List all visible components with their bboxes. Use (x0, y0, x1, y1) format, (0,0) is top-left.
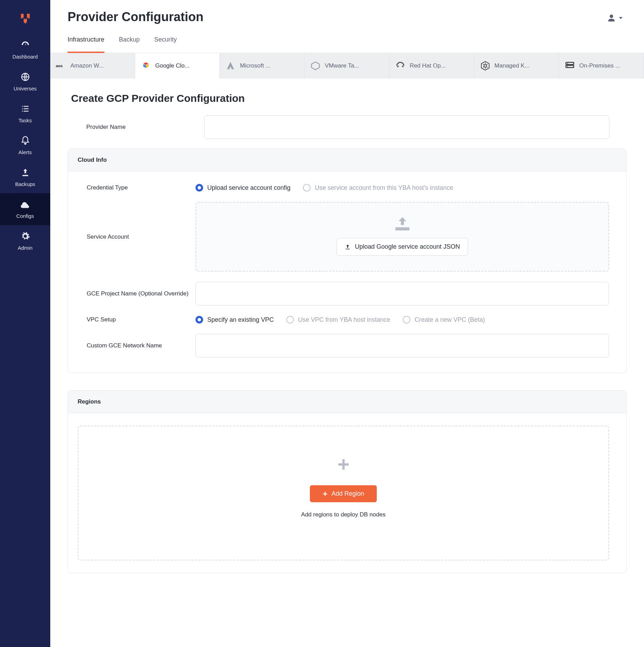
service-account-label: Service Account (78, 233, 195, 240)
gce-project-row: GCE Project Name (Optional Override) (78, 282, 609, 305)
sidebar-item-admin[interactable]: Admin (0, 225, 50, 257)
main-content: Provider Configuration Infrastructure Ba… (50, 0, 644, 647)
aws-icon: aws (56, 61, 66, 71)
gear-icon (20, 231, 30, 242)
service-account-row: Service Account Upload Google service ac… (78, 202, 609, 272)
sidebar-item-alerts[interactable]: Alerts (0, 130, 50, 161)
sidebar-item-label: Dashboard (12, 54, 38, 60)
add-region-area: Add Region Add regions to deploy DB node… (78, 426, 609, 560)
sidebar-item-configs[interactable]: Configs (0, 193, 50, 225)
upload-json-button[interactable]: Upload Google service account JSON (337, 238, 468, 256)
provider-tab-redhat[interactable]: Red Hat Op... (390, 53, 475, 79)
azure-icon (225, 61, 236, 71)
gce-project-input[interactable] (195, 282, 609, 305)
credential-type-row: Credential Type Upload service account c… (78, 184, 609, 192)
list-icon (20, 104, 30, 115)
svg-marker-2 (312, 62, 320, 70)
sidebar-item-label: Alerts (18, 149, 32, 155)
regions-header: Regions (68, 391, 626, 413)
svg-point-7 (567, 63, 568, 64)
sidebar-item-label: Tasks (18, 117, 32, 123)
plus-large-icon (337, 458, 350, 471)
vmware-icon (310, 61, 321, 71)
upload-icon (20, 168, 30, 178)
provider-tab-aws[interactable]: aws Amazon W... (50, 53, 135, 79)
provider-tab-azure[interactable]: Microsoft ... (220, 53, 305, 79)
page-header: Provider Configuration (50, 0, 644, 26)
provider-name-label: Provider Name (86, 124, 204, 131)
custom-network-row: Custom GCE Network Name (78, 334, 609, 357)
add-region-button[interactable]: Add Region (310, 485, 376, 502)
upload-cloud-icon (393, 215, 412, 232)
custom-network-label: Custom GCE Network Name (78, 342, 195, 349)
credential-type-upload[interactable]: Upload service account config (195, 184, 290, 192)
add-region-helper: Add regions to deploy DB nodes (301, 511, 386, 518)
sidebar-item-backups[interactable]: Backups (0, 161, 50, 193)
tab-backup[interactable]: Backup (119, 36, 140, 53)
radio-unchecked-icon (303, 184, 311, 192)
server-icon (565, 61, 575, 71)
provider-name-row: Provider Name (68, 115, 627, 149)
vpc-existing[interactable]: Specify an existing VPC (195, 316, 274, 324)
dashboard-icon (20, 40, 30, 51)
svg-text:aws: aws (56, 64, 63, 68)
bell-icon (20, 136, 30, 147)
user-icon (607, 14, 616, 22)
vpc-setup-label: VPC Setup (78, 316, 195, 323)
provider-tab-k8s[interactable]: Managed K... (475, 53, 559, 79)
redhat-icon (395, 61, 406, 71)
caret-down-icon (619, 17, 623, 19)
tab-infrastructure[interactable]: Infrastructure (68, 36, 104, 53)
upload-dropzone[interactable]: Upload Google service account JSON (195, 202, 609, 272)
vpc-create[interactable]: Create a new VPC (Beta) (403, 316, 485, 324)
kubernetes-icon (480, 61, 490, 71)
radio-checked-icon (195, 316, 203, 324)
provider-tabs: aws Amazon W... Google Clo... Microsoft … (50, 53, 644, 79)
gcp-icon (141, 61, 151, 71)
sidebar-item-dashboard[interactable]: Dashboard (0, 34, 50, 66)
globe-icon (20, 72, 30, 83)
sidebar: Dashboard Universes Tasks Alerts Backups… (0, 0, 50, 647)
main-tabs: Infrastructure Backup Security (50, 26, 644, 53)
plus-icon (322, 491, 328, 497)
page-title: Provider Configuration (68, 10, 203, 24)
cloud-info-panel: Cloud Info Credential Type Upload servic… (68, 149, 627, 373)
provider-tab-vmware[interactable]: VMware Ta... (305, 53, 390, 79)
radio-checked-icon (195, 184, 203, 192)
provider-tab-onprem[interactable]: On-Premises ... (559, 53, 644, 79)
svg-point-8 (567, 66, 568, 67)
provider-tab-gcp[interactable]: Google Clo... (135, 53, 220, 79)
cloud-info-header: Cloud Info (68, 149, 626, 171)
sidebar-item-label: Universes (14, 86, 37, 91)
credential-type-label: Credential Type (78, 184, 195, 191)
provider-name-input[interactable] (204, 115, 609, 139)
gce-project-label: GCE Project Name (Optional Override) (78, 290, 195, 297)
sidebar-item-universes[interactable]: Universes (0, 66, 50, 98)
svg-rect-5 (566, 62, 574, 64)
custom-network-input[interactable] (195, 334, 609, 357)
credential-type-host[interactable]: Use service account from this YBA host's… (303, 184, 453, 192)
vpc-host[interactable]: Use VPC from YBA host instance (286, 316, 390, 324)
radio-unchecked-icon (403, 316, 410, 324)
logo (0, 5, 50, 34)
sidebar-item-label: Admin (18, 245, 33, 251)
user-menu[interactable] (603, 10, 627, 26)
upload-small-icon (345, 244, 351, 250)
svg-point-4 (484, 64, 487, 67)
form-content: Create GCP Provider Configuration Provid… (50, 79, 644, 604)
sidebar-item-label: Backups (15, 181, 35, 187)
regions-panel: Regions Add Region Add regions to deploy… (68, 390, 627, 573)
svg-rect-6 (566, 65, 574, 68)
form-title: Create GCP Provider Configuration (68, 92, 627, 104)
vpc-setup-row: VPC Setup Specify an existing VPC Use VP… (78, 316, 609, 324)
cloud-icon (20, 200, 30, 210)
radio-unchecked-icon (286, 316, 294, 324)
sidebar-item-label: Configs (16, 213, 34, 219)
tab-security[interactable]: Security (154, 36, 177, 53)
sidebar-item-tasks[interactable]: Tasks (0, 98, 50, 130)
